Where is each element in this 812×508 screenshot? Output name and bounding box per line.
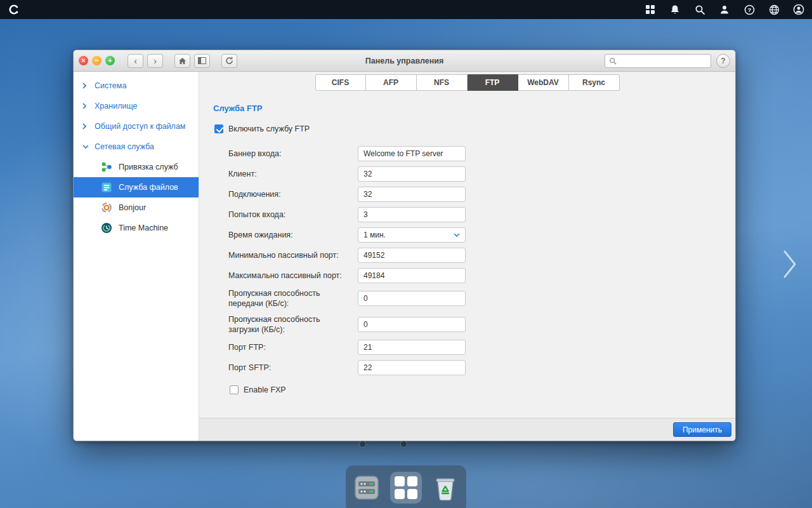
enable-ftp-row: Включить службу FTP <box>214 124 735 133</box>
asustor-logo[interactable] <box>8 3 20 16</box>
service-binding-icon <box>100 161 113 173</box>
download-bandwidth-input[interactable] <box>358 317 466 332</box>
apps-grid-icon[interactable] <box>645 4 656 15</box>
sidebar-item-label: Time Machine <box>119 224 168 232</box>
sidebar-item-system[interactable]: Система <box>74 76 199 96</box>
user-icon[interactable] <box>719 4 730 15</box>
field-label: Порт FTP: <box>228 342 358 352</box>
form-row-login-attempts: Попыток входа: <box>213 207 735 222</box>
window-help-button[interactable]: ? <box>716 54 730 68</box>
chevron-down-icon <box>454 233 460 237</box>
form-row-timeout: Время ожидания: 1 мин. <box>213 227 735 243</box>
sidebar-item-label: Сетевая служба <box>95 142 154 151</box>
tab-nfs[interactable]: NFS <box>417 74 468 91</box>
field-label: Пропускная способность загрузки (КБ/с): <box>228 314 358 335</box>
window-body: Система Хранилище Общий доступ к файлам <box>74 72 735 441</box>
form-row-ftp-port: Порт FTP: <box>213 340 735 355</box>
window-titlebar: × − + ‹ › Пане <box>74 50 735 72</box>
sidebar-toggle-button[interactable] <box>194 54 210 68</box>
minimize-button[interactable]: − <box>92 56 102 65</box>
desktop-page-dot[interactable] <box>400 441 407 448</box>
field-label: Попыток входа: <box>228 210 358 220</box>
sidebar-item-label: Общий доступ к файлам <box>95 122 185 131</box>
timeout-select[interactable]: 1 мин. <box>358 227 466 243</box>
form-row-passive-min: Минимально пассивный порт: <box>213 248 735 263</box>
file-service-icon <box>100 181 113 194</box>
field-label: Клиент: <box>228 169 358 179</box>
forward-button[interactable]: › <box>147 54 163 68</box>
enable-fxp-row: Enable FXP <box>214 385 735 394</box>
field-label: Время ожидания: <box>228 230 358 240</box>
apply-button[interactable]: Применить <box>673 422 731 437</box>
form-row-download-bandwidth: Пропускная способность загрузки (КБ/с): <box>213 314 735 335</box>
system-monitor-icon[interactable] <box>351 472 383 504</box>
sidebar-item-label: Хранилище <box>95 102 138 110</box>
account-icon[interactable] <box>793 4 804 15</box>
form-row-passive-max: Максимально пассивный порт: <box>213 268 735 283</box>
app-launcher-icon[interactable] <box>390 472 422 504</box>
sidebar-item-network-service[interactable]: Сетевая служба <box>74 137 199 157</box>
recycle-bin-icon[interactable] <box>429 472 461 504</box>
form-row-banner: Баннер входа: <box>213 146 735 161</box>
tab-webdav[interactable]: WebDAV <box>518 74 569 91</box>
window-search-input[interactable] <box>620 57 707 65</box>
control-panel-window: × − + ‹ › Пане <box>73 50 736 441</box>
sidebar-item-file-sharing[interactable]: Общий доступ к файлам <box>74 116 199 137</box>
sidebar-item-storage[interactable]: Хранилище <box>74 96 199 116</box>
field-label: Максимально пассивный порт: <box>228 271 358 281</box>
time-machine-icon <box>100 222 113 234</box>
sidebar-item-service-binding[interactable]: Привязка служб <box>74 157 199 177</box>
sidebar-item-time-machine[interactable]: Time Machine <box>74 218 199 238</box>
passive-port-max-input[interactable] <box>358 268 466 283</box>
refresh-button[interactable] <box>221 54 237 68</box>
help-icon[interactable]: ? <box>743 4 755 15</box>
desktop-page-dot[interactable] <box>359 441 366 448</box>
bonjour-icon <box>100 201 113 214</box>
chevron-right-icon <box>82 103 89 109</box>
language-globe-icon[interactable] <box>768 4 780 15</box>
enable-ftp-checkbox[interactable] <box>214 124 223 133</box>
next-page-chevron[interactable] <box>782 249 798 279</box>
svg-text:?: ? <box>747 6 751 13</box>
topbar: ? <box>0 0 812 19</box>
field-label: Пропускная способность передачи (КБ/с): <box>228 288 358 309</box>
transfer-bandwidth-input[interactable] <box>358 291 466 306</box>
tabs-bar: CIFS AFP NFS FTP WebDAV Rsync <box>199 72 735 93</box>
window-search <box>605 54 711 68</box>
form-row-transfer-bandwidth: Пропускная способность передачи (КБ/с): <box>213 288 735 309</box>
chevron-down-icon <box>82 145 89 149</box>
window-controls: × − + <box>79 56 119 65</box>
sidebar-item-bonjour[interactable]: Bonjour <box>74 197 199 218</box>
form-row-client: Клиент: <box>213 166 735 182</box>
ftp-settings-form: Служба FTP Включить службу FTP Баннер вх… <box>199 93 735 418</box>
enable-ftp-label: Включить службу FTP <box>228 124 310 133</box>
dock <box>346 465 466 508</box>
ftp-port-input[interactable] <box>358 340 466 355</box>
client-input[interactable] <box>358 166 466 182</box>
search-icon[interactable] <box>694 4 705 15</box>
connections-input[interactable] <box>358 187 466 202</box>
enable-fxp-label: Enable FXP <box>244 385 286 394</box>
tab-ftp[interactable]: FTP <box>468 74 518 91</box>
sidebar-item-label: Привязка служб <box>119 163 178 171</box>
banner-input[interactable] <box>358 146 466 161</box>
maximize-button[interactable]: + <box>105 56 115 65</box>
sidebar-item-file-service[interactable]: Служба файлов <box>74 177 199 197</box>
passive-port-min-input[interactable] <box>358 248 466 263</box>
tab-cifs[interactable]: CIFS <box>315 74 366 91</box>
page-title: Служба FTP <box>213 104 735 113</box>
tab-rsync[interactable]: Rsync <box>569 74 620 91</box>
notifications-bell-icon[interactable] <box>669 4 681 15</box>
desktop: ? × <box>0 0 812 508</box>
form-row-sftp-port: Порт SFTP: <box>213 360 735 375</box>
tab-afp[interactable]: AFP <box>366 74 417 91</box>
back-button[interactable]: ‹ <box>128 54 143 68</box>
sidebar-item-label: Система <box>95 81 126 90</box>
home-button[interactable] <box>174 54 190 68</box>
topbar-icons: ? <box>645 4 804 15</box>
login-attempts-input[interactable] <box>358 207 466 222</box>
search-icon <box>609 57 617 65</box>
enable-fxp-checkbox[interactable] <box>230 385 239 394</box>
sftp-port-input[interactable] <box>358 360 466 375</box>
close-button[interactable]: × <box>79 56 88 65</box>
